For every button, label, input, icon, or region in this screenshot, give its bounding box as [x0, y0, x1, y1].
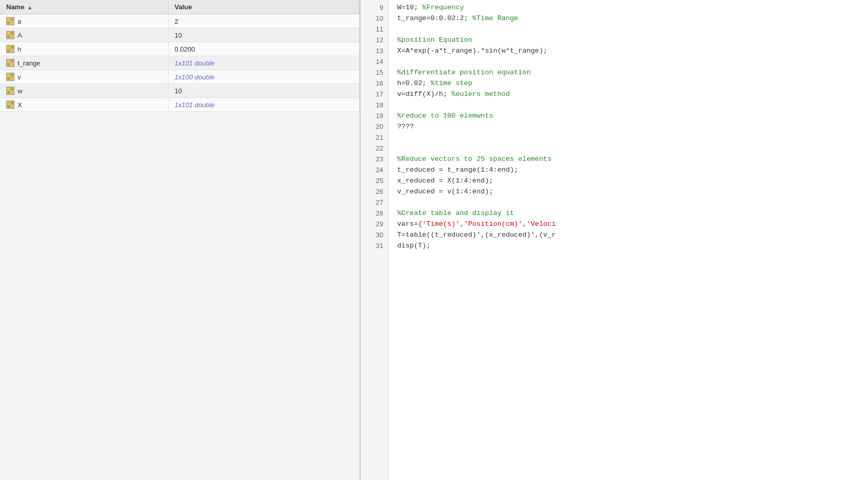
- code-line: [397, 100, 868, 110]
- code-text: X=A*exp(-a*t_range).*sin(w*t_range);: [397, 47, 548, 55]
- code-line: h=0.02; %time step: [397, 78, 868, 89]
- variable-name: v: [18, 73, 21, 81]
- line-number: 26: [361, 186, 388, 197]
- table-row[interactable]: t_range 1x101 double: [0, 56, 360, 70]
- table-row[interactable]: a 2: [0, 14, 360, 28]
- table-row[interactable]: v 1x100 double: [0, 70, 360, 84]
- code-line: %Reduce vectors to 25 spaces elements: [397, 154, 868, 164]
- variable-name: h: [18, 45, 21, 53]
- variable-name: w: [18, 87, 22, 95]
- variable-icon: [6, 31, 14, 39]
- variable-name: A: [18, 31, 22, 39]
- variable-value-cell: 1x101 double: [168, 98, 359, 112]
- code-string: 'Time(s)': [422, 220, 460, 228]
- line-number: 17: [361, 89, 388, 100]
- code-text: T=table((t_reduced)',(x_reduced)',(v_r: [397, 231, 556, 239]
- variable-value: 1x100 double: [175, 73, 215, 81]
- code-line: t_reduced = t_range(1:4:end);: [397, 164, 868, 175]
- line-number: 15: [361, 67, 388, 78]
- code-text: ????: [397, 123, 414, 130]
- table-row[interactable]: w 10: [0, 84, 360, 98]
- variable-value: 0.0200: [175, 45, 195, 53]
- name-column-header[interactable]: Name ▲: [0, 0, 168, 14]
- variable-name-cell: X: [0, 98, 168, 112]
- line-number: 22: [361, 143, 388, 154]
- code-line: %position Equation: [397, 35, 868, 45]
- line-number: 21: [361, 132, 388, 143]
- line-number: 16: [361, 78, 388, 89]
- code-line: W=10; %Frequency: [397, 2, 868, 13]
- code-line: %reduce to 100 elemwnts: [397, 110, 868, 121]
- variable-value-cell: 10: [168, 84, 359, 98]
- code-line: vars={'Time(s)','Position(cm)','Veloci: [397, 219, 868, 229]
- code-line: x_reduced = X(1:4:end);: [397, 175, 868, 186]
- code-line: T=table((t_reduced)',(x_reduced)',(v_r: [397, 229, 868, 240]
- code-string: 'Position(cm)': [464, 220, 522, 228]
- variable-name-cell: w: [0, 84, 168, 98]
- variable-value: 2: [175, 18, 178, 25]
- code-comment: %Create table and display it: [397, 209, 514, 217]
- code-text: W=10;: [397, 4, 422, 11]
- table-row[interactable]: A 10: [0, 28, 360, 42]
- code-line: X=A*exp(-a*t_range).*sin(w*t_range);: [397, 45, 868, 56]
- code-comment: %Frequency: [422, 4, 464, 11]
- code-text: vars={: [397, 220, 422, 228]
- variable-value-cell: 10: [168, 28, 359, 42]
- table-row[interactable]: X 1x101 double: [0, 98, 360, 112]
- variable-value-cell: 1x101 double: [168, 56, 359, 70]
- variable-name-cell: v: [0, 70, 168, 84]
- code-editor-panel: 9101112131415161718192021222324252627282…: [361, 0, 868, 480]
- code-string: 'Veloci: [526, 220, 556, 228]
- code-content[interactable]: W=10; %Frequencyt_range=0:0.02:2; %Time …: [389, 0, 868, 480]
- variables-table-container: Name ▲ Value a 2: [0, 0, 360, 480]
- line-number: 29: [361, 219, 388, 229]
- code-text: v=diff(X)/h;: [397, 90, 451, 98]
- code-comment: %eulers method: [451, 90, 509, 98]
- code-text: t_reduced = t_range(1:4:end);: [397, 166, 518, 174]
- variable-name-cell: A: [0, 28, 168, 42]
- code-line: [397, 24, 868, 35]
- code-text: ,: [522, 220, 526, 228]
- variable-value: 1x101 double: [175, 59, 215, 67]
- code-line: %Create table and display it: [397, 208, 868, 219]
- variable-name: X: [18, 101, 22, 109]
- line-number: 13: [361, 45, 388, 56]
- line-number: 18: [361, 100, 388, 110]
- variable-icon: [6, 73, 14, 81]
- sort-arrow-icon: ▲: [27, 5, 32, 10]
- table-row[interactable]: h 0.0200: [0, 42, 360, 56]
- code-text: disp(T);: [397, 242, 431, 250]
- line-number: 19: [361, 110, 388, 121]
- line-number: 9: [361, 2, 388, 13]
- code-comment: %Reduce vectors to 25 spaces elements: [397, 155, 552, 163]
- code-text: h=0.02;: [397, 79, 431, 87]
- line-number: 25: [361, 175, 388, 186]
- variable-name-cell: h: [0, 42, 168, 56]
- line-number: 14: [361, 56, 388, 67]
- variable-value-cell: 2: [168, 14, 359, 28]
- variable-value-cell: 1x100 double: [168, 70, 359, 84]
- code-comment: %differentiate position equation: [397, 69, 531, 76]
- variable-icon: [6, 87, 14, 95]
- code-comment: %position Equation: [397, 36, 472, 44]
- variable-icon: [6, 101, 14, 109]
- line-number: 28: [361, 208, 388, 219]
- code-line: disp(T);: [397, 240, 868, 251]
- variable-value: 1x101 double: [175, 101, 215, 109]
- variable-value: 10: [175, 31, 182, 39]
- code-comment: %time step: [431, 79, 472, 87]
- code-line: v=diff(X)/h; %eulers method: [397, 89, 868, 100]
- code-text: v_reduced = v(1:4:end);: [397, 188, 493, 195]
- code-line: [397, 56, 868, 67]
- code-area[interactable]: 9101112131415161718192021222324252627282…: [361, 0, 868, 480]
- variables-table: Name ▲ Value a 2: [0, 0, 360, 112]
- line-number: 30: [361, 229, 388, 240]
- code-text: t_range=0:0.02:2;: [397, 14, 472, 22]
- line-numbers: 9101112131415161718192021222324252627282…: [361, 0, 389, 480]
- code-line: [397, 143, 868, 154]
- variable-name-cell: a: [0, 14, 168, 28]
- code-comment: %reduce to 100 elemwnts: [397, 112, 493, 120]
- variables-panel: Name ▲ Value a 2: [0, 0, 361, 480]
- line-number: 31: [361, 240, 388, 251]
- variable-value: 10: [175, 87, 182, 95]
